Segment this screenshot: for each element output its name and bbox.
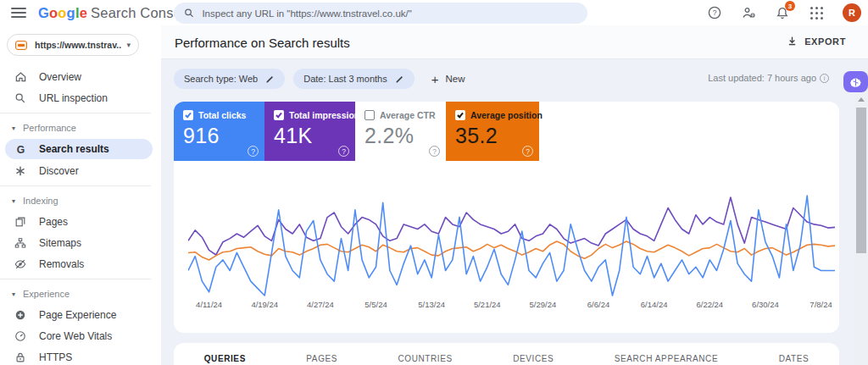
last-updated: Last updated: 7 hours ago i xyxy=(708,73,829,83)
sidebar-item-pages[interactable]: Pages xyxy=(0,211,161,232)
hamburger-menu-icon[interactable] xyxy=(11,8,26,18)
help-icon[interactable]: ? xyxy=(429,146,440,157)
info-icon[interactable]: i xyxy=(820,74,829,83)
checkbox-unchecked[interactable] xyxy=(364,110,375,120)
logo-letter: o xyxy=(49,5,58,20)
x-axis-label: 4/19/24 xyxy=(251,300,278,309)
section-experience[interactable]: ▾ Experience xyxy=(0,284,161,304)
sidebar-item-label: Page Experience xyxy=(39,309,116,321)
help-icon[interactable]: ? xyxy=(338,146,349,157)
page-experience-icon xyxy=(14,308,27,322)
tab-search-appearance[interactable]: SEARCH APPEARANCE xyxy=(615,354,718,365)
filter-chip-label: Date: Last 3 months xyxy=(303,74,387,84)
notifications-bell-icon[interactable]: 3 xyxy=(775,5,790,20)
pencil-icon xyxy=(265,75,275,84)
sidebar-item-sitemaps[interactable]: Sitemaps xyxy=(0,232,161,253)
metric-value: 2.2% xyxy=(364,124,446,148)
tab-queries[interactable]: QUERIES xyxy=(204,354,246,365)
pencil-icon xyxy=(395,75,404,84)
download-icon xyxy=(787,36,798,47)
discover-asterisk-icon xyxy=(14,164,27,178)
sidebar-item-url-inspection[interactable]: URL inspection xyxy=(0,87,161,108)
search-icon xyxy=(14,91,27,105)
pages-icon xyxy=(14,215,27,229)
sidebar-item-removals[interactable]: Removals xyxy=(0,253,161,274)
x-axis-label: 5/21/24 xyxy=(474,300,501,309)
section-label: Experience xyxy=(23,289,70,299)
last-updated-text: Last updated: 7 hours ago xyxy=(708,73,816,83)
main-content: Search type: Web Date: Last 3 months + N… xyxy=(161,59,868,365)
checkbox-checked[interactable] xyxy=(183,110,193,120)
export-label: EXPORT xyxy=(804,36,846,47)
help-icon[interactable]: ? xyxy=(522,146,533,157)
metric-label: Total impressions xyxy=(289,110,364,120)
scrollbar-thumb[interactable] xyxy=(856,108,866,253)
performance-panel: Total clicks 916 ? Total impressions 41K… xyxy=(174,102,839,333)
checkbox-checked[interactable] xyxy=(455,110,465,120)
vertical-scrollbar[interactable] xyxy=(854,93,868,365)
filter-chip-date[interactable]: Date: Last 3 months xyxy=(293,69,414,89)
metric-cards: Total clicks 916 ? Total impressions 41K… xyxy=(174,102,539,161)
chart-series-impressions xyxy=(188,197,835,255)
scrollbar-up-arrow[interactable] xyxy=(858,97,865,102)
metric-value: 916 xyxy=(183,124,264,148)
metric-label: Average CTR xyxy=(380,110,436,120)
url-inspection-searchbar[interactable] xyxy=(174,3,587,24)
property-label: https://www.tnstrav... xyxy=(35,40,121,50)
ai-extension-button[interactable] xyxy=(843,71,868,92)
google-apps-grid-icon[interactable] xyxy=(809,5,824,20)
metric-value: 35.2 xyxy=(455,124,539,148)
tab-devices[interactable]: DEVICES xyxy=(513,354,554,365)
sidebar-item-label: Core Web Vitals xyxy=(39,330,112,342)
x-axis-label: 6/30/24 xyxy=(752,300,779,309)
help-icon[interactable]: ? xyxy=(248,146,259,157)
tab-dates[interactable]: DATES xyxy=(779,354,810,365)
tab-pages[interactable]: PAGES xyxy=(306,354,337,365)
account-avatar[interactable]: R xyxy=(843,3,861,22)
svg-text:G: G xyxy=(16,143,24,155)
dimensions-panel: QUERIES PAGES COUNTRIES DEVICES SEARCH A… xyxy=(174,343,839,365)
page-title: Performance on Search results xyxy=(175,36,350,50)
sidebar-item-search-results[interactable]: G Search results xyxy=(5,139,153,159)
performance-line-chart[interactable] xyxy=(188,191,835,309)
tab-countries[interactable]: COUNTRIES xyxy=(398,354,452,365)
google-search-console-window: GoogleSearch Console ? 3 R h xyxy=(0,0,868,365)
x-axis-label: 6/14/24 xyxy=(641,300,668,309)
filter-chip-search-type[interactable]: Search type: Web xyxy=(174,69,285,89)
speedometer-icon xyxy=(14,329,27,343)
section-performance[interactable]: ▾ Performance xyxy=(0,118,161,138)
sidebar-item-https[interactable]: HTTPS xyxy=(0,346,161,365)
sidebar-item-page-experience[interactable]: Page Experience xyxy=(0,304,161,325)
sidebar-navigation: https://www.tnstrav... ▾ Overview URL in… xyxy=(0,25,161,365)
metric-card-average-position[interactable]: Average position 35.2 ? xyxy=(446,102,539,161)
sidebar-item-discover[interactable]: Discover xyxy=(0,160,161,181)
section-label: Performance xyxy=(23,123,76,133)
metric-card-total-impressions[interactable]: Total impressions 41K ? xyxy=(264,102,355,161)
sidebar-item-label: Pages xyxy=(39,216,68,228)
page-header: Performance on Search results EXPORT xyxy=(161,25,868,59)
property-selector[interactable]: https://www.tnstrav... ▾ xyxy=(7,34,139,56)
sidebar-item-label: URL inspection xyxy=(39,92,108,104)
app-logo[interactable]: GoogleSearch Console xyxy=(38,5,192,21)
metric-card-average-ctr[interactable]: Average CTR 2.2% ? xyxy=(355,102,446,161)
sidebar-item-overview[interactable]: Overview xyxy=(0,66,161,87)
x-axis-label: 4/27/24 xyxy=(307,300,334,309)
search-input[interactable] xyxy=(202,8,577,19)
collapse-triangle-icon: ▾ xyxy=(12,124,15,132)
sitemaps-icon xyxy=(14,236,27,250)
export-button[interactable]: EXPORT xyxy=(787,36,846,47)
sidebar-item-core-web-vitals[interactable]: Core Web Vitals xyxy=(0,325,161,346)
logo-letter: o xyxy=(58,5,66,20)
divider xyxy=(0,113,151,113)
property-icon xyxy=(15,41,27,50)
metric-card-total-clicks[interactable]: Total clicks 916 ? xyxy=(174,102,264,161)
help-icon[interactable]: ? xyxy=(707,5,722,20)
x-axis-label: 6/6/24 xyxy=(587,300,609,309)
user-settings-icon[interactable] xyxy=(741,5,756,20)
chevron-down-icon: ▾ xyxy=(126,41,131,49)
new-filter-button[interactable]: + New xyxy=(431,73,465,86)
divider xyxy=(0,185,151,186)
chart-x-axis: 4/11/244/19/244/27/245/5/245/13/245/21/2… xyxy=(188,300,835,312)
checkbox-checked[interactable] xyxy=(274,110,284,120)
section-indexing[interactable]: ▾ Indexing xyxy=(0,191,161,211)
